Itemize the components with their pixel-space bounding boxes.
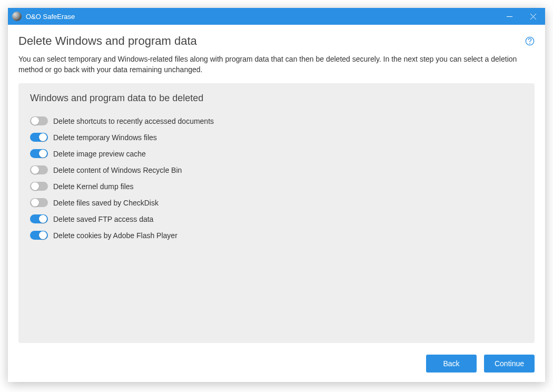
app-icon [12, 12, 22, 21]
toggle-label: Delete content of Windows Recycle Bin [53, 166, 182, 174]
toggle-label: Delete Kernel dump files [53, 182, 134, 191]
header-row: Delete Windows and program data [18, 34, 535, 48]
toggle-label: Delete temporary Windows files [53, 133, 157, 142]
page-description: You can select temporary and Windows-rel… [18, 54, 535, 75]
panel-title: Windows and program data to be deleted [30, 93, 523, 104]
content-area: Delete Windows and program data You can … [8, 25, 545, 382]
window-controls [498, 8, 545, 25]
toggle-label: Delete files saved by CheckDisk [53, 199, 159, 207]
back-button[interactable]: Back [426, 355, 477, 373]
toggle-label: Delete shortcuts to recently accessed do… [53, 117, 214, 125]
continue-button[interactable]: Continue [484, 355, 535, 373]
toggle-switch[interactable] [30, 198, 48, 207]
application-window: O&O SafeErase Delete Windows and program… [8, 8, 545, 382]
toggle-row: Delete saved FTP access data [30, 214, 523, 223]
toggle-row: Delete cookies by Adobe Flash Player [30, 231, 523, 240]
toggle-label: Delete image preview cache [53, 150, 146, 158]
toggle-row: Delete temporary Windows files [30, 133, 523, 142]
toggle-row: Delete content of Windows Recycle Bin [30, 165, 523, 174]
minimize-button[interactable] [498, 8, 521, 25]
titlebar: O&O SafeErase [8, 8, 545, 25]
minimize-icon [507, 14, 512, 19]
close-icon [530, 14, 536, 19]
toggle-switch[interactable] [30, 165, 48, 174]
toggle-row: Delete shortcuts to recently accessed do… [30, 116, 523, 125]
toggle-label: Delete cookies by Adobe Flash Player [53, 231, 177, 240]
button-bar: Back Continue [18, 343, 535, 373]
toggle-switch[interactable] [30, 231, 48, 240]
toggle-list: Delete shortcuts to recently accessed do… [30, 116, 523, 240]
app-name: O&O SafeErase [26, 13, 75, 21]
page-title: Delete Windows and program data [18, 34, 197, 48]
toggle-switch[interactable] [30, 133, 48, 142]
toggle-row: Delete Kernel dump files [30, 182, 523, 191]
help-icon[interactable] [525, 36, 535, 46]
toggle-switch[interactable] [30, 214, 48, 223]
toggle-switch[interactable] [30, 149, 48, 158]
toggle-switch[interactable] [30, 116, 48, 125]
toggle-row: Delete image preview cache [30, 149, 523, 158]
close-button[interactable] [521, 8, 545, 25]
toggle-row: Delete files saved by CheckDisk [30, 198, 523, 207]
options-panel: Windows and program data to be deleted D… [18, 83, 535, 343]
svg-point-4 [529, 43, 530, 44]
toggle-label: Delete saved FTP access data [53, 215, 153, 223]
toggle-switch[interactable] [30, 182, 48, 191]
